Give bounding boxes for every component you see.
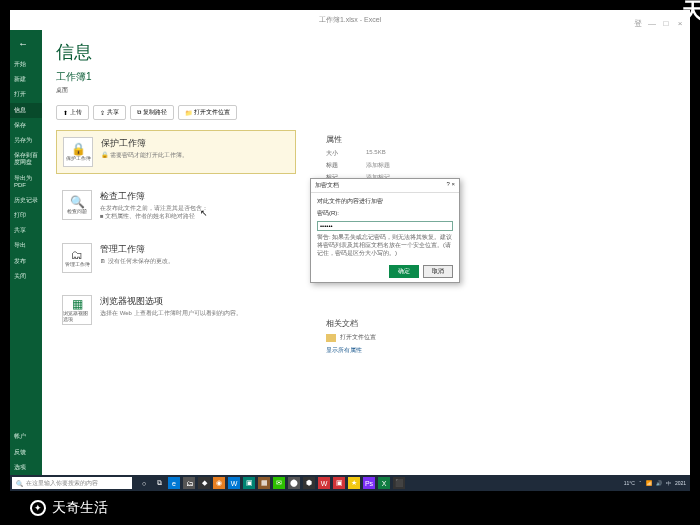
backstage-sidebar: ← 开始 新建 打开 信息 保存 另存为 保存到百度网盘 导出为PDF 历史记录… <box>10 30 42 475</box>
sidebar-item-print[interactable]: 打印 <box>10 208 42 223</box>
wechat-icon[interactable]: ✉ <box>273 477 285 489</box>
inspect-desc: 在发布此文件之前，请注意其是否包含： ■ 文档属性、作者的姓名和绝对路径 <box>100 205 208 221</box>
sidebar-item-saveas[interactable]: 另存为 <box>10 133 42 148</box>
back-arrow-icon[interactable]: ← <box>10 34 42 57</box>
manage-title: 管理工作簿 <box>100 243 174 256</box>
protect-title: 保护工作簿 <box>101 137 188 150</box>
dialog-warning: 警告: 如果丢失或忘记密码，则无法将其恢复。建议将密码列表及其相应文档名放在一个… <box>317 234 453 257</box>
open-location-button[interactable]: 📁 打开文件位置 <box>178 105 237 120</box>
app5-icon[interactable]: ⬤ <box>288 477 300 489</box>
app8-icon[interactable]: ★ <box>348 477 360 489</box>
dialog-title: 加密文档 <box>315 181 339 190</box>
app7-icon[interactable]: ▣ <box>333 477 345 489</box>
folder-icon <box>326 334 336 342</box>
sidebar-item-options[interactable]: 选项 <box>10 460 42 475</box>
sidebar-item-history[interactable]: 历史记录 <box>10 193 42 208</box>
wps-icon[interactable]: W <box>318 477 330 489</box>
lock-icon: 🔒 <box>71 143 86 155</box>
properties-heading: 属性 <box>326 134 676 145</box>
share-button[interactable]: ⇪ 共享 <box>93 105 126 120</box>
explorer-icon[interactable]: 🗂 <box>183 477 195 489</box>
manage-icon: 🗂 <box>71 249 83 261</box>
page-title: 信息 <box>56 40 676 64</box>
app6-icon[interactable]: ⬢ <box>303 477 315 489</box>
app9-icon[interactable]: ⬛ <box>393 477 405 489</box>
edge-icon[interactable]: e <box>168 477 180 489</box>
clock[interactable]: 2021 <box>675 480 686 486</box>
password-label: 密码(R): <box>317 209 453 218</box>
network-icon[interactable]: 📶 <box>646 480 652 486</box>
copy-path-button[interactable]: ⧉ 复制路径 <box>130 105 174 120</box>
sidebar-item-home[interactable]: 开始 <box>10 57 42 72</box>
watermark-logo-icon: ✦ <box>30 500 46 516</box>
ime-icon[interactable]: 中 <box>666 480 671 486</box>
upload-button[interactable]: ⬆ 上传 <box>56 105 89 120</box>
inspect-workbook-panel: 🔍 检查问题 检查工作簿 在发布此文件之前，请注意其是否包含： ■ 文档属性、作… <box>56 184 296 227</box>
window-title: 工作簿1.xlsx - Excel <box>319 16 381 23</box>
dialog-subtitle: 对此文件的内容进行加密 <box>317 197 453 206</box>
document-location: 桌面 <box>56 86 676 95</box>
password-input[interactable] <box>317 221 453 231</box>
corner-brand: 天 <box>682 0 700 26</box>
browser-icon: ▦ <box>72 298 83 310</box>
sidebar-item-publish[interactable]: 发布 <box>10 254 42 269</box>
taskbar: 🔍 在这里输入你要搜索的内容 ○ ⧉ e 🗂 ◆ ◉ W ▣ ▦ ✉ ⬤ ⬢ W… <box>10 475 690 491</box>
prop-row-size: 大小15.5KB <box>326 149 676 158</box>
app-icon[interactable]: ◆ <box>198 477 210 489</box>
dialog-close-icon[interactable]: × <box>451 181 455 187</box>
encrypt-document-dialog: 加密文档 ? × 对此文件的内容进行加密 密码(R): 警告: 如果丢失或忘记密… <box>310 178 460 283</box>
titlebar: 工作簿1.xlsx - Excel 登录 — □ × <box>10 10 690 30</box>
ok-button[interactable]: 确定 <box>389 265 419 278</box>
ps-icon[interactable]: Ps <box>363 477 375 489</box>
volume-icon[interactable]: 🔊 <box>656 480 662 486</box>
app2-icon[interactable]: ◉ <box>213 477 225 489</box>
weather-widget[interactable]: 11°C <box>624 480 635 486</box>
protect-desc: 🔒 需要密码才能打开此工作簿。 <box>101 152 188 160</box>
inspect-title: 检查工作簿 <box>100 190 208 203</box>
sidebar-item-new[interactable]: 新建 <box>10 72 42 87</box>
show-all-properties-link[interactable]: 显示所有属性 <box>326 346 676 355</box>
sidebar-item-feedback[interactable]: 反馈 <box>10 445 42 460</box>
open-file-location-link[interactable]: 打开文件位置 <box>326 333 676 342</box>
manage-desc: 🗎 没有任何未保存的更改。 <box>100 258 174 266</box>
taskview-icon[interactable]: ⧉ <box>153 477 165 489</box>
manage-button[interactable]: 🗂 管理工作簿 <box>62 243 92 273</box>
sidebar-item-info[interactable]: 信息 <box>10 103 42 118</box>
browser-desc: 选择在 Web 上查看此工作簿时用户可以看到的内容。 <box>100 310 242 318</box>
browser-title: 浏览器视图选项 <box>100 295 242 308</box>
sidebar-item-close[interactable]: 关闭 <box>10 269 42 284</box>
cortana-icon[interactable]: ○ <box>138 477 150 489</box>
inspect-button[interactable]: 🔍 检查问题 <box>62 190 92 220</box>
browser-view-button[interactable]: ▦ 浏览器视图选项 <box>62 295 92 325</box>
sidebar-item-baidu[interactable]: 保存到百度网盘 <box>10 148 42 170</box>
sidebar-item-pdf[interactable]: 导出为PDF <box>10 171 42 193</box>
browser-view-panel: ▦ 浏览器视图选项 浏览器视图选项 选择在 Web 上查看此工作簿时用户可以看到… <box>56 289 296 331</box>
search-placeholder: 在这里输入你要搜索的内容 <box>26 479 98 488</box>
protect-workbook-button[interactable]: 🔒 保护工作簿 <box>63 137 93 167</box>
watermark-text: 天奇生活 <box>52 499 108 517</box>
minimize-icon[interactable]: — <box>648 14 656 22</box>
maximize-icon[interactable]: □ <box>662 14 670 22</box>
related-docs-heading: 相关文档 <box>326 318 676 329</box>
app3-icon[interactable]: ▣ <box>243 477 255 489</box>
taskbar-search[interactable]: 🔍 在这里输入你要搜索的内容 <box>12 477 132 489</box>
sidebar-item-share[interactable]: 共享 <box>10 223 42 238</box>
search-icon: 🔍 <box>16 480 23 487</box>
manage-workbook-panel: 🗂 管理工作簿 管理工作簿 🗎 没有任何未保存的更改。 <box>56 237 296 279</box>
sidebar-item-save[interactable]: 保存 <box>10 118 42 133</box>
document-name: 工作簿1 <box>56 70 676 84</box>
watermark-bar: ✦ 天奇生活 <box>0 491 700 525</box>
inspect-icon: 🔍 <box>70 196 85 208</box>
sidebar-item-export[interactable]: 导出 <box>10 238 42 253</box>
prop-row-title[interactable]: 标题添加标题 <box>326 161 676 170</box>
app4-icon[interactable]: ▦ <box>258 477 270 489</box>
excel-icon[interactable]: X <box>378 477 390 489</box>
dialog-help-icon[interactable]: ? <box>446 181 449 187</box>
word-icon[interactable]: W <box>228 477 240 489</box>
tray-up-icon[interactable]: ˄ <box>639 480 642 486</box>
sidebar-item-open[interactable]: 打开 <box>10 87 42 102</box>
sidebar-item-account[interactable]: 帐户 <box>10 429 42 444</box>
cancel-button[interactable]: 取消 <box>423 265 453 278</box>
protect-workbook-panel: 🔒 保护工作簿 保护工作簿 🔒 需要密码才能打开此工作簿。 <box>56 130 296 174</box>
signin-label[interactable]: 登录 <box>634 14 642 22</box>
